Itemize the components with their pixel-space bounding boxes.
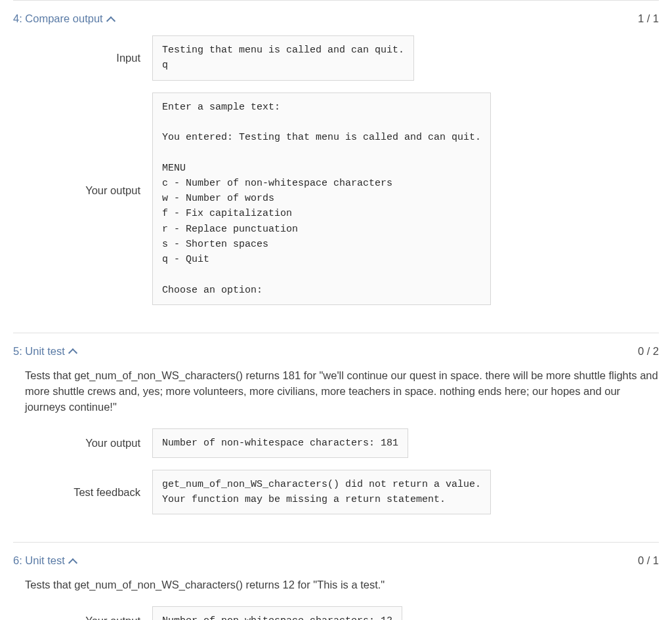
test-number-title: 5: Unit test: [13, 345, 65, 358]
code-box-feedback: get_num_of_non_WS_characters() did not r…: [152, 470, 491, 515]
test-section: 4: Compare output 1 / 1 Input Testing th…: [13, 0, 659, 333]
test-header: 4: Compare output 1 / 1: [13, 12, 659, 25]
chevron-up-icon: [107, 16, 114, 22]
field-row-your-output: Your output Number of non-whitespace cha…: [25, 606, 659, 620]
field-row-input: Input Testing that menu is called and ca…: [25, 35, 659, 81]
test-body: Input Testing that menu is called and ca…: [13, 35, 659, 305]
test-header: 5: Unit test 0 / 2: [13, 345, 659, 358]
chevron-up-icon: [69, 348, 75, 354]
test-section: 6: Unit test 0 / 1 Tests that get_num_of…: [13, 542, 659, 620]
field-row-your-output: Your output Enter a sample text: You ent…: [25, 93, 659, 305]
test-score: 0 / 2: [638, 345, 659, 358]
test-score: 1 / 1: [638, 12, 659, 25]
test-section: 5: Unit test 0 / 2 Tests that get_num_of…: [13, 333, 659, 543]
field-label: Your output: [25, 615, 152, 620]
test-body: Tests that get_num_of_non_WS_characters(…: [13, 368, 659, 515]
field-row-test-feedback: Test feedback get_num_of_non_WS_characte…: [25, 470, 659, 515]
test-description: Tests that get_num_of_non_WS_characters(…: [25, 577, 659, 593]
test-title-toggle[interactable]: 6: Unit test: [13, 554, 75, 567]
test-header: 6: Unit test 0 / 1: [13, 554, 659, 567]
field-label: Your output: [25, 93, 152, 197]
field-label: Your output: [25, 437, 152, 449]
code-box-output: Number of non-whitespace characters: 181: [152, 428, 408, 458]
field-row-your-output: Your output Number of non-whitespace cha…: [25, 428, 659, 458]
code-box-input: Testing that menu is called and can quit…: [152, 35, 414, 81]
test-number-title: 4: Compare output: [13, 12, 103, 25]
test-body: Tests that get_num_of_non_WS_characters(…: [13, 577, 659, 620]
code-box-output: Enter a sample text: You entered: Testin…: [152, 93, 491, 305]
test-description: Tests that get_num_of_non_WS_characters(…: [25, 368, 659, 415]
test-results-container: 4: Compare output 1 / 1 Input Testing th…: [13, 0, 659, 620]
test-number-title: 6: Unit test: [13, 554, 65, 567]
field-label: Test feedback: [25, 486, 152, 499]
code-box-output: Number of non-whitespace characters: 12: [152, 606, 402, 620]
test-score: 0 / 1: [638, 554, 659, 567]
test-title-toggle[interactable]: 4: Compare output: [13, 12, 114, 25]
field-label: Input: [25, 52, 152, 64]
chevron-up-icon: [69, 558, 75, 564]
test-title-toggle[interactable]: 5: Unit test: [13, 345, 75, 358]
